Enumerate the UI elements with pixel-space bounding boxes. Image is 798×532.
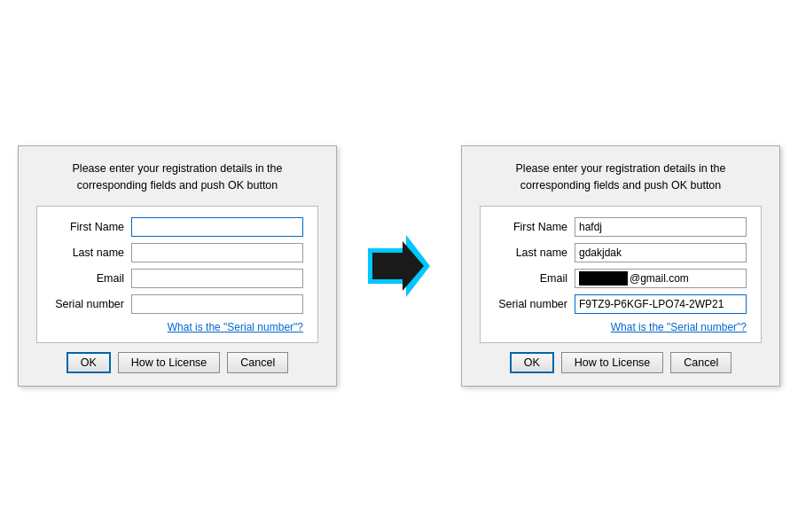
right-serial-link-row: What is the "Serial number"? <box>495 320 747 333</box>
right-last-name-row: Last name <box>495 243 747 262</box>
right-serial-row: Serial number <box>495 294 747 314</box>
left-button-row: OK How to License Cancel <box>36 352 318 373</box>
left-last-name-label: Last name <box>51 246 131 259</box>
left-first-name-label: First Name <box>51 221 131 233</box>
right-last-name-label: Last name <box>495 246 575 259</box>
right-dialog: Please enter your registration details i… <box>461 145 780 387</box>
left-form-area: First Name Last name Email Serial number… <box>36 206 318 343</box>
left-first-name-row: First Name <box>51 217 303 237</box>
left-last-name-row: Last name <box>51 243 303 262</box>
left-serial-input[interactable] <box>131 294 303 314</box>
right-serial-link[interactable]: What is the "Serial number"? <box>611 321 747 333</box>
right-ok-button[interactable]: OK <box>510 352 554 373</box>
right-cancel-button[interactable]: Cancel <box>670 352 732 373</box>
direction-arrow-icon <box>364 231 434 301</box>
right-first-name-row: First Name <box>495 217 747 237</box>
right-first-name-input[interactable] <box>575 217 747 237</box>
left-serial-row: Serial number <box>51 294 303 314</box>
right-email-display: @gmail.com <box>575 269 747 288</box>
left-email-label: Email <box>51 272 131 285</box>
left-dialog-title: Please enter your registration details i… <box>36 160 318 194</box>
page-container: Please enter your registration details i… <box>0 128 798 405</box>
left-how-to-license-button[interactable]: How to License <box>118 352 220 373</box>
arrow-container <box>364 231 434 301</box>
left-dialog: Please enter your registration details i… <box>18 145 337 387</box>
right-how-to-license-button[interactable]: How to License <box>561 352 663 373</box>
left-first-name-input[interactable] <box>131 217 303 237</box>
right-button-row: OK How to License Cancel <box>480 352 762 373</box>
left-serial-link[interactable]: What is the "Serial number"? <box>168 321 303 333</box>
right-first-name-label: First Name <box>495 221 575 233</box>
right-last-name-input[interactable] <box>575 243 747 262</box>
right-serial-input[interactable] <box>575 294 747 314</box>
right-dialog-title: Please enter your registration details i… <box>480 160 762 194</box>
left-last-name-input[interactable] <box>131 243 303 262</box>
right-serial-label: Serial number <box>495 298 575 310</box>
left-cancel-button[interactable]: Cancel <box>227 352 288 373</box>
left-email-row: Email <box>51 269 303 288</box>
left-ok-button[interactable]: OK <box>66 352 111 373</box>
left-serial-label: Serial number <box>51 298 131 310</box>
right-email-row: Email @gmail.com <box>495 269 747 288</box>
right-email-suffix: @gmail.com <box>630 272 689 285</box>
right-form-area: First Name Last name Email @gmail.com Se… <box>480 206 762 343</box>
email-redacted-block <box>579 271 628 286</box>
right-email-label: Email <box>495 272 575 285</box>
left-serial-link-row: What is the "Serial number"? <box>51 320 303 333</box>
left-email-input[interactable] <box>131 269 303 288</box>
